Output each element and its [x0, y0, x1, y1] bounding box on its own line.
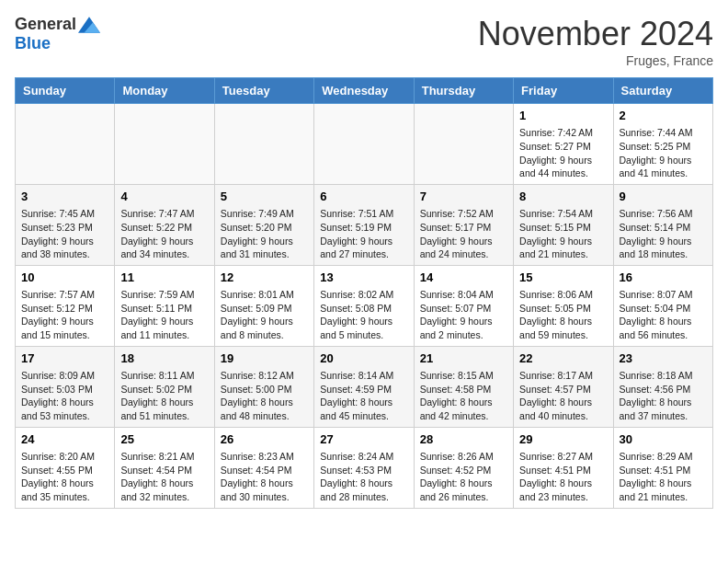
- logo-blue-text: Blue: [15, 34, 51, 53]
- calendar-body: 1Sunrise: 7:42 AM Sunset: 5:27 PM Daylig…: [16, 104, 713, 509]
- calendar-cell: 20Sunrise: 8:14 AM Sunset: 4:59 PM Dayli…: [314, 346, 414, 427]
- calendar-cell: [214, 104, 313, 185]
- calendar-cell: 7Sunrise: 7:52 AM Sunset: 5:17 PM Daylig…: [414, 184, 513, 265]
- day-info: Sunrise: 8:27 AM Sunset: 4:51 PM Dayligh…: [519, 450, 607, 504]
- calendar-cell: 25Sunrise: 8:21 AM Sunset: 4:54 PM Dayli…: [115, 427, 214, 508]
- calendar-week-row: 10Sunrise: 7:57 AM Sunset: 5:12 PM Dayli…: [16, 265, 713, 346]
- day-number: 3: [21, 189, 108, 205]
- calendar-week-row: 1Sunrise: 7:42 AM Sunset: 5:27 PM Daylig…: [16, 104, 713, 185]
- day-info: Sunrise: 7:45 AM Sunset: 5:23 PM Dayligh…: [21, 207, 108, 261]
- calendar-cell: 10Sunrise: 7:57 AM Sunset: 5:12 PM Dayli…: [16, 265, 115, 346]
- calendar-week-row: 17Sunrise: 8:09 AM Sunset: 5:03 PM Dayli…: [16, 346, 713, 427]
- calendar-cell: 11Sunrise: 7:59 AM Sunset: 5:11 PM Dayli…: [115, 265, 214, 346]
- calendar-cell: 3Sunrise: 7:45 AM Sunset: 5:23 PM Daylig…: [16, 184, 115, 265]
- location: Fruges, France: [478, 53, 713, 68]
- day-info: Sunrise: 8:06 AM Sunset: 5:05 PM Dayligh…: [519, 288, 607, 342]
- month-title: November 2024: [478, 15, 713, 53]
- calendar-cell: [115, 104, 214, 185]
- calendar-cell: 28Sunrise: 8:26 AM Sunset: 4:52 PM Dayli…: [414, 427, 513, 508]
- day-info: Sunrise: 7:47 AM Sunset: 5:22 PM Dayligh…: [120, 207, 208, 261]
- day-info: Sunrise: 8:11 AM Sunset: 5:02 PM Dayligh…: [120, 369, 208, 423]
- calendar-cell: 8Sunrise: 7:54 AM Sunset: 5:15 PM Daylig…: [514, 184, 613, 265]
- logo-icon: [78, 16, 100, 34]
- day-info: Sunrise: 7:57 AM Sunset: 5:12 PM Dayligh…: [21, 288, 108, 342]
- day-number: 10: [21, 270, 108, 286]
- day-number: 17: [21, 350, 108, 367]
- day-number: 27: [320, 431, 407, 448]
- day-info: Sunrise: 8:23 AM Sunset: 4:54 PM Dayligh…: [221, 450, 308, 504]
- day-info: Sunrise: 8:07 AM Sunset: 5:04 PM Dayligh…: [620, 288, 707, 342]
- day-number: 30: [620, 431, 707, 448]
- calendar-cell: 13Sunrise: 8:02 AM Sunset: 5:08 PM Dayli…: [314, 265, 414, 346]
- calendar-cell: 19Sunrise: 8:12 AM Sunset: 5:00 PM Dayli…: [214, 346, 313, 427]
- day-number: 12: [221, 270, 308, 286]
- day-number: 4: [120, 189, 208, 205]
- day-number: 29: [519, 431, 607, 448]
- calendar-cell: 6Sunrise: 7:51 AM Sunset: 5:19 PM Daylig…: [314, 184, 414, 265]
- day-info: Sunrise: 8:01 AM Sunset: 5:09 PM Dayligh…: [221, 288, 308, 342]
- day-number: 24: [21, 431, 108, 448]
- calendar-day-header: Friday: [514, 78, 613, 104]
- calendar-day-header: Monday: [115, 78, 214, 104]
- calendar-cell: 12Sunrise: 8:01 AM Sunset: 5:09 PM Dayli…: [214, 265, 313, 346]
- day-number: 15: [519, 270, 607, 286]
- calendar-cell: 22Sunrise: 8:17 AM Sunset: 4:57 PM Dayli…: [514, 346, 613, 427]
- calendar-cell: [314, 104, 414, 185]
- calendar-cell: 9Sunrise: 7:56 AM Sunset: 5:14 PM Daylig…: [613, 184, 712, 265]
- day-number: 18: [120, 350, 208, 367]
- day-info: Sunrise: 8:20 AM Sunset: 4:55 PM Dayligh…: [21, 450, 108, 504]
- day-info: Sunrise: 8:15 AM Sunset: 4:58 PM Dayligh…: [420, 369, 507, 423]
- calendar-day-header: Sunday: [16, 78, 115, 104]
- calendar-cell: 23Sunrise: 8:18 AM Sunset: 4:56 PM Dayli…: [613, 346, 712, 427]
- day-number: 28: [420, 431, 507, 448]
- calendar-week-row: 24Sunrise: 8:20 AM Sunset: 4:55 PM Dayli…: [16, 427, 713, 508]
- day-number: 23: [620, 350, 707, 367]
- calendar-cell: 18Sunrise: 8:11 AM Sunset: 5:02 PM Dayli…: [115, 346, 214, 427]
- day-number: 19: [221, 350, 308, 367]
- day-number: 20: [320, 350, 407, 367]
- calendar-cell: 21Sunrise: 8:15 AM Sunset: 4:58 PM Dayli…: [414, 346, 513, 427]
- calendar-cell: 2Sunrise: 7:44 AM Sunset: 5:25 PM Daylig…: [613, 104, 712, 185]
- day-info: Sunrise: 7:49 AM Sunset: 5:20 PM Dayligh…: [221, 207, 308, 261]
- day-info: Sunrise: 7:42 AM Sunset: 5:27 PM Dayligh…: [519, 126, 607, 180]
- calendar-cell: 24Sunrise: 8:20 AM Sunset: 4:55 PM Dayli…: [16, 427, 115, 508]
- day-info: Sunrise: 8:12 AM Sunset: 5:00 PM Dayligh…: [221, 369, 308, 423]
- logo-general-text: General: [15, 15, 76, 34]
- day-info: Sunrise: 8:26 AM Sunset: 4:52 PM Dayligh…: [420, 450, 507, 504]
- calendar-day-header: Saturday: [613, 78, 712, 104]
- day-info: Sunrise: 8:02 AM Sunset: 5:08 PM Dayligh…: [320, 288, 407, 342]
- calendar-day-header: Thursday: [414, 78, 513, 104]
- calendar-cell: 4Sunrise: 7:47 AM Sunset: 5:22 PM Daylig…: [115, 184, 214, 265]
- page-header: General Blue November 2024 Fruges, Franc…: [15, 15, 713, 68]
- day-number: 22: [519, 350, 607, 367]
- calendar-day-header: Wednesday: [314, 78, 414, 104]
- calendar-week-row: 3Sunrise: 7:45 AM Sunset: 5:23 PM Daylig…: [16, 184, 713, 265]
- day-info: Sunrise: 7:56 AM Sunset: 5:14 PM Dayligh…: [620, 207, 707, 261]
- logo: General Blue: [15, 15, 100, 53]
- day-info: Sunrise: 8:09 AM Sunset: 5:03 PM Dayligh…: [21, 369, 108, 423]
- day-number: 14: [420, 270, 507, 286]
- day-number: 21: [420, 350, 507, 367]
- calendar-cell: [414, 104, 513, 185]
- day-info: Sunrise: 7:52 AM Sunset: 5:17 PM Dayligh…: [420, 207, 507, 261]
- day-number: 13: [320, 270, 407, 286]
- calendar-cell: 26Sunrise: 8:23 AM Sunset: 4:54 PM Dayli…: [214, 427, 313, 508]
- title-area: November 2024 Fruges, France: [478, 15, 713, 68]
- day-number: 5: [221, 189, 308, 205]
- day-number: 26: [221, 431, 308, 448]
- calendar-header-row: SundayMondayTuesdayWednesdayThursdayFrid…: [16, 78, 713, 104]
- calendar-cell: 17Sunrise: 8:09 AM Sunset: 5:03 PM Dayli…: [16, 346, 115, 427]
- day-info: Sunrise: 8:29 AM Sunset: 4:51 PM Dayligh…: [620, 450, 707, 504]
- day-number: 2: [620, 108, 707, 124]
- day-info: Sunrise: 7:44 AM Sunset: 5:25 PM Dayligh…: [620, 126, 707, 180]
- day-info: Sunrise: 7:54 AM Sunset: 5:15 PM Dayligh…: [519, 207, 607, 261]
- day-number: 9: [620, 189, 707, 205]
- day-number: 1: [519, 108, 607, 124]
- calendar-day-header: Tuesday: [214, 78, 313, 104]
- calendar-cell: 1Sunrise: 7:42 AM Sunset: 5:27 PM Daylig…: [514, 104, 613, 185]
- calendar-cell: 30Sunrise: 8:29 AM Sunset: 4:51 PM Dayli…: [613, 427, 712, 508]
- calendar-table: SundayMondayTuesdayWednesdayThursdayFrid…: [15, 77, 713, 509]
- calendar-cell: [16, 104, 115, 185]
- calendar-cell: 5Sunrise: 7:49 AM Sunset: 5:20 PM Daylig…: [214, 184, 313, 265]
- day-info: Sunrise: 8:04 AM Sunset: 5:07 PM Dayligh…: [420, 288, 507, 342]
